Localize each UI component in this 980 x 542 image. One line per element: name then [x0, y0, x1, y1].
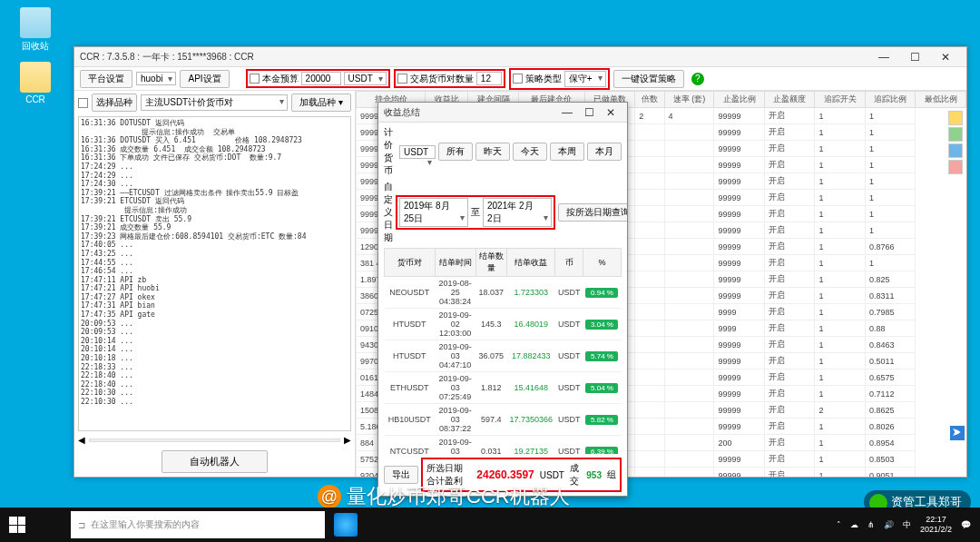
recycle-bin-icon[interactable]: 回收站: [13, 7, 58, 53]
popup-maximize-button[interactable]: ☐: [578, 103, 600, 122]
notification-icon[interactable]: 💬: [961, 520, 971, 529]
date-range-group: 2019年 8月25日 至 2021年 2月 2日: [396, 195, 555, 230]
scroll-right-icon[interactable]: ⮞: [950, 426, 965, 440]
help-icon[interactable]: ?: [691, 73, 704, 85]
principal-unit-select[interactable]: USDT: [344, 72, 387, 85]
search-placeholder: 在这里输入你要搜索的内容: [91, 518, 200, 531]
strategy-select[interactable]: 保守+: [564, 71, 606, 87]
taskbar: ⊐ 在这里输入你要搜索的内容 ˄ ☁ ⋔ 🔊 中 22:17 2021/2/2 …: [0, 508, 980, 542]
strategy-checkbox[interactable]: [513, 74, 523, 84]
toolbar: 平台设置 huobi API设置 本金预算 20000 USDT 交易货币对数量…: [74, 67, 966, 91]
select-variety-button[interactable]: 选择品种: [92, 94, 137, 112]
custom-date-label: 自定义日期: [384, 181, 393, 244]
clock-time: 22:17: [920, 515, 952, 525]
watermark: @量化炒币郑哥CCR机器人: [318, 483, 570, 510]
deal-value: 953: [586, 470, 602, 480]
query-button[interactable]: 按所选日期查询: [558, 203, 627, 222]
clock-date: 2021/2/2: [920, 525, 952, 535]
principal-label: 本金预算: [262, 73, 299, 85]
recycle-label: 回收站: [22, 41, 49, 51]
side-tabs: [948, 111, 965, 174]
popup-title: 收益总结: [384, 106, 420, 119]
range-today-button[interactable]: 今天: [513, 143, 547, 161]
table-row[interactable]: HTUSDT2019-09-02 12:03:00145.316.48019US…: [385, 309, 622, 340]
principal-checkbox[interactable]: [250, 74, 260, 84]
pair-count-label: 交易货币对数量: [410, 73, 474, 85]
strategy-group: 策略类型 保守+: [509, 68, 610, 90]
side-tab-1[interactable]: [948, 111, 963, 125]
export-button[interactable]: 导出: [384, 466, 418, 484]
watermark-text: 量化炒币郑哥CCR机器人: [347, 483, 570, 510]
table-row[interactable]: HTUSDT2019-09-03 04:47:1036.07517.882433…: [385, 340, 622, 372]
weibo-icon: @: [318, 485, 341, 508]
log-textarea[interactable]: 16:31:36 DOTUSDT 返回代码 提示信息:操作成功 交易单 16:3…: [78, 116, 351, 431]
api-config-button[interactable]: API设置: [180, 70, 229, 88]
range-week-button[interactable]: 本周: [550, 143, 584, 161]
variety-select[interactable]: 主流USDT计价货币对: [141, 94, 288, 111]
ime-icon[interactable]: 中: [903, 519, 911, 531]
ccr-label: CCR: [25, 94, 45, 104]
date-from-select[interactable]: 2019年 8月25日: [399, 198, 468, 227]
wechat-text: 资管工具郑哥: [891, 495, 962, 508]
minimize-button[interactable]: —: [868, 48, 899, 66]
start-button[interactable]: [0, 508, 34, 542]
strategy-label: 策略类型: [525, 73, 562, 85]
deal-label: 成交: [570, 462, 581, 488]
side-tab-3[interactable]: [948, 143, 963, 158]
window-title: CCR : 7.3.5.8 : 一年卡 : 151****3968 : CCR: [80, 51, 254, 64]
date-to-select[interactable]: 2021年 2月 2日: [483, 198, 552, 227]
pair-checkbox[interactable]: [397, 74, 407, 84]
sum-unit: USDT: [540, 470, 564, 480]
deal-unit: 组: [607, 468, 616, 481]
range-all-button[interactable]: 所有: [438, 143, 473, 161]
table-row[interactable]: HB10USDT2019-09-03 08:37:22597.417.73503…: [385, 404, 622, 436]
table-row[interactable]: NEOUSDT2019-08-25 04:38:2418.0371.723303…: [385, 277, 622, 309]
ccr-folder-icon[interactable]: CCR: [13, 62, 58, 104]
log-scrollbar[interactable]: [89, 439, 340, 442]
maximize-button[interactable]: ☐: [899, 48, 930, 66]
load-variety-button[interactable]: 加载品种 ▾: [291, 94, 351, 112]
select-variety-checkbox[interactable]: [78, 98, 88, 108]
taskbar-search[interactable]: ⊐ 在这里输入你要搜索的内容: [71, 511, 325, 538]
sum-value: 24260.3597: [476, 468, 534, 481]
principal-input[interactable]: 20000: [301, 72, 341, 85]
side-tab-2[interactable]: [948, 127, 963, 142]
taskbar-clock[interactable]: 22:17 2021/2/2: [920, 515, 952, 535]
currency-select[interactable]: USDT: [399, 145, 436, 159]
edge-icon[interactable]: [334, 513, 358, 537]
popup-minimize-button[interactable]: —: [556, 103, 578, 122]
date-to-label: 至: [471, 206, 480, 219]
range-month-button[interactable]: 本月: [587, 143, 622, 161]
range-yesterday-button[interactable]: 昨天: [475, 143, 510, 161]
volume-icon[interactable]: 🔊: [884, 520, 894, 529]
table-row[interactable]: ETHUSDT2019-09-03 07:25:491.81215.41648U…: [385, 372, 622, 404]
one-key-button[interactable]: 一键设置策略: [613, 70, 684, 88]
auto-robot-button[interactable]: 自动机器人: [162, 450, 268, 473]
left-panel: 选择品种 主流USDT计价货币对 加载品种 ▾ 16:31:36 DOTUSDT…: [74, 91, 356, 477]
currency-label: 计价货币: [384, 126, 397, 177]
profit-table[interactable]: 货币对结单时间结单数量结单收益币%NEOUSDT2019-08-25 04:38…: [384, 248, 622, 454]
main-titlebar: CCR : 7.3.5.8 : 一年卡 : 151****3968 : CCR …: [74, 47, 966, 67]
cloud-icon[interactable]: ☁: [850, 520, 858, 529]
platform-select[interactable]: huobi: [136, 72, 176, 85]
table-row[interactable]: NTCUSDT2019-09-03 08:40:180.03119.27135U…: [385, 436, 622, 455]
popup-close-button[interactable]: ✕: [600, 103, 622, 122]
close-button[interactable]: ✕: [930, 48, 961, 66]
profit-summary-popup: 收益总结 — ☐ ✕ 计价货币 USDT 所有 昨天 今天 本周 本月 自定义日…: [377, 102, 628, 497]
pair-count-input[interactable]: 12: [476, 72, 502, 85]
platform-config-button[interactable]: 平台设置: [80, 70, 132, 88]
wifi-icon[interactable]: ⋔: [867, 520, 875, 529]
principal-group: 本金预算 20000 USDT: [246, 69, 390, 88]
pair-count-group: 交易货币对数量 12: [394, 69, 505, 88]
tray-up-icon[interactable]: ˄: [837, 520, 841, 529]
side-tab-4[interactable]: [948, 160, 963, 174]
